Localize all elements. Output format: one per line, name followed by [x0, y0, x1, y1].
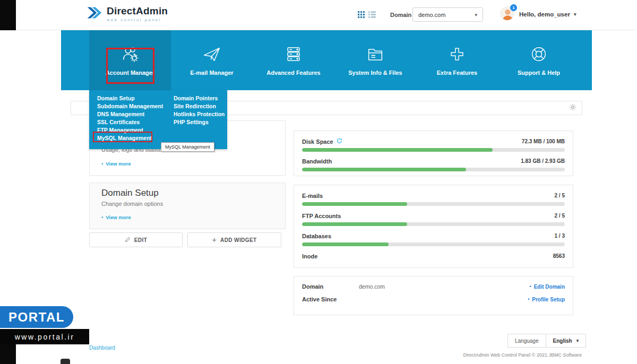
- user-avatar[interactable]: 1: [500, 6, 514, 21]
- mysql-management-tooltip: MySQL Management: [161, 142, 214, 152]
- nav-account-manager[interactable]: Account Manager: [89, 30, 171, 90]
- chevron-down-icon: ▾: [576, 338, 579, 343]
- nav-support-help[interactable]: Support & Help: [498, 30, 580, 90]
- menu-item-ftp-management[interactable]: FTP Management: [97, 126, 163, 134]
- databases-value: 1 / 3: [555, 233, 565, 239]
- server-stack-icon: [284, 45, 303, 64]
- nav-label: Extra Features: [437, 70, 477, 76]
- active-since-label: Active Since: [302, 296, 359, 302]
- bandwidth-progressbar: [302, 168, 565, 171]
- emails-row: E-mails 2 / 5: [302, 192, 565, 199]
- top-header: DirectAdmin web control panel: [0, 0, 637, 30]
- nav-label: System Info & Files: [348, 70, 402, 76]
- lifebuoy-icon: [529, 45, 548, 64]
- bandwidth-value: 1.83 GB / 2.93 GB: [521, 158, 565, 164]
- edit-button[interactable]: EDIT: [89, 232, 183, 247]
- inode-label: Inode: [302, 253, 317, 259]
- limits-card: E-mails 2 / 5 FTP Accounts 2 / 5 Databas…: [294, 185, 573, 268]
- nav-label: E-mail Manager: [190, 70, 233, 76]
- menu-item-php-settings[interactable]: PHP Settings: [174, 118, 225, 126]
- folder-icon: [366, 45, 385, 64]
- paper-plane-icon: [202, 45, 221, 64]
- portal-watermark-url: www.portal.ir: [0, 329, 89, 344]
- language-value-dropdown[interactable]: English ▾: [546, 334, 587, 348]
- bandwidth-label: Bandwidth: [302, 158, 332, 164]
- bullet-icon: •: [101, 215, 103, 220]
- language-label-cell: Language: [507, 334, 546, 348]
- menu-item-domain-pointers[interactable]: Domain Pointers: [174, 94, 225, 102]
- edit-domain-link[interactable]: • Edit Domain: [530, 284, 565, 290]
- domain-setup-title: Domain Setup: [101, 188, 159, 198]
- nav-advanced-features[interactable]: Advanced Features: [253, 30, 334, 90]
- greeting-text: Hello, demo_user: [519, 11, 570, 18]
- ftp-accounts-progressbar: [302, 222, 565, 226]
- directadmin-logo[interactable]: DirectAdmin web control panel: [86, 5, 168, 23]
- domain-label: Domain: [390, 12, 411, 18]
- account-manager-dropdown: Domain Setup Subdomain Management DNS Ma…: [89, 90, 227, 149]
- usage-view-more-link[interactable]: • View more: [101, 161, 131, 167]
- emails-value: 2 / 5: [555, 193, 565, 198]
- disk-space-label: Disk Space: [302, 138, 333, 145]
- chevron-down-icon: ▾: [475, 12, 477, 18]
- language-selector: Language English ▾: [507, 334, 586, 348]
- menu-item-dns-management[interactable]: DNS Management: [97, 110, 163, 118]
- profile-setup-link[interactable]: • Profile Setup: [528, 297, 565, 302]
- domain-select-value: demo.com: [418, 12, 445, 18]
- inode-row: Inode 8563: [302, 253, 565, 259]
- chevron-down-icon: ▾: [574, 12, 576, 17]
- user-menu[interactable]: Hello, demo_user ▾: [519, 11, 576, 18]
- dashboard-link[interactable]: Dashboard: [89, 345, 115, 351]
- black-corner-top-left: [0, 0, 16, 30]
- domain-setup-view-more-link[interactable]: • View more: [101, 214, 131, 220]
- menu-item-mysql-management[interactable]: MySQL Management: [97, 134, 163, 142]
- portal-watermark-badge: PORTAL: [0, 306, 73, 328]
- notification-badge[interactable]: 1: [510, 4, 517, 11]
- active-since-row: Active Since • Profile Setup: [302, 296, 565, 302]
- menu-item-ssl-certificates[interactable]: SSL Certificates: [97, 118, 163, 126]
- domain-select[interactable]: demo.com ▾: [412, 7, 483, 22]
- bullet-icon: •: [528, 297, 529, 302]
- domain-row: Domain demo.com • Edit Domain: [302, 283, 565, 290]
- plus-icon: [447, 45, 467, 64]
- domain-info-card: Domain demo.com • Edit Domain Active Sin…: [294, 276, 573, 315]
- apps-grid-icon[interactable]: [358, 11, 365, 20]
- menu-item-domain-setup[interactable]: Domain Setup: [97, 94, 163, 102]
- logo-title: DirectAdmin: [107, 6, 168, 16]
- domain-setup-widget-card: Domain Setup Change domain options • Vie…: [89, 183, 286, 229]
- refresh-icon[interactable]: [337, 138, 342, 145]
- databases-progressbar: [302, 242, 565, 246]
- emails-progressbar: [302, 202, 565, 206]
- nav-email-manager[interactable]: E-mail Manager: [171, 30, 253, 90]
- emails-label: E-mails: [302, 193, 323, 199]
- disk-space-progressbar: [302, 148, 565, 152]
- resources-card: Disk Space 72.3 MB / 100 MB Bandwidth 1.…: [294, 131, 573, 176]
- ftp-accounts-label: FTP Accounts: [302, 213, 341, 219]
- bullet-icon: •: [101, 161, 103, 167]
- gear-icon[interactable]: [569, 103, 576, 113]
- inode-value: 8563: [553, 253, 565, 259]
- ftp-accounts-value: 2 / 5: [555, 213, 565, 219]
- list-view-icon[interactable]: [368, 11, 376, 20]
- databases-row: Databases 1 / 3: [302, 232, 565, 239]
- black-corner-bottom-left: [0, 344, 16, 364]
- scroll-to-top-button[interactable]: [61, 359, 70, 364]
- copyright-text: DirectAdmin Web Control Panel © 2021 JBM…: [463, 352, 582, 358]
- domain-row-label: Domain: [302, 283, 359, 290]
- disk-space-row: Disk Space 72.3 MB / 100 MB: [302, 138, 565, 145]
- nav-extra-features[interactable]: Extra Features: [416, 30, 498, 90]
- bandwidth-row: Bandwidth 1.83 GB / 2.93 GB: [302, 158, 565, 164]
- databases-label: Databases: [302, 233, 331, 239]
- main-navigation: Account Manager E-mail Manager: [61, 30, 592, 90]
- directadmin-dashboard: DirectAdmin web control panel: [0, 0, 637, 364]
- nav-system-info-files[interactable]: System Info & Files: [334, 30, 416, 90]
- add-widget-button[interactable]: + ADD WIDGET: [187, 232, 281, 247]
- directadmin-logo-icon: [86, 5, 102, 23]
- menu-item-site-redirection[interactable]: Site Redirection: [174, 102, 225, 110]
- domain-row-value: demo.com: [359, 283, 530, 290]
- menu-item-hotlinks-protection[interactable]: Hotlinks Protection: [174, 110, 225, 118]
- menu-item-subdomain-management[interactable]: Subdomain Management: [97, 102, 163, 110]
- nav-label: Support & Help: [518, 70, 560, 76]
- logo-subtitle: web control panel: [107, 18, 168, 22]
- nav-label: Advanced Features: [266, 70, 320, 76]
- ftp-accounts-row: FTP Accounts 2 / 5: [302, 212, 565, 219]
